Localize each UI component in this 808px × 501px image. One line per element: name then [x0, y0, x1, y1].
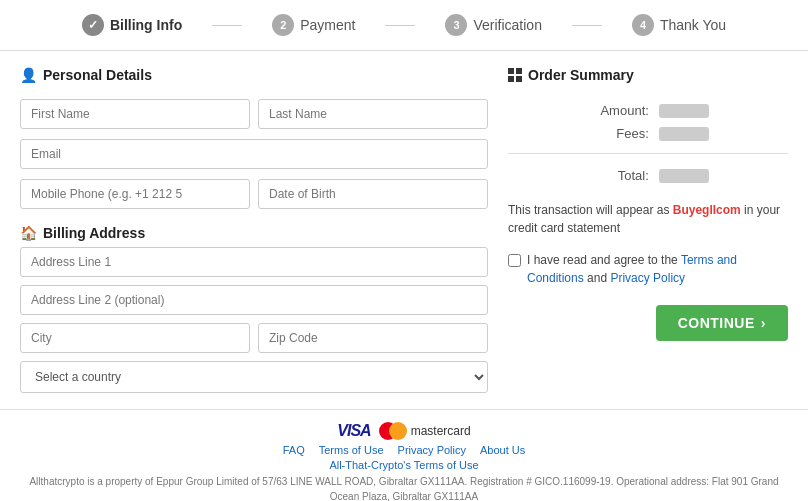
- footer-crypto-link[interactable]: All-That-Crypto's Terms of Use: [329, 459, 478, 471]
- right-panel: Order Summary Amount: •••••• Fees: ••••: [508, 67, 788, 393]
- brand-name: BuyeglIcom: [673, 203, 741, 217]
- step-divider-1: [212, 25, 242, 26]
- step-thankyou[interactable]: 4 Thank You: [632, 14, 726, 36]
- footer-terms-link[interactable]: Terms of Use: [319, 444, 384, 456]
- step-circle-billing: ✓: [82, 14, 104, 36]
- address2-row: [20, 285, 488, 315]
- country-select[interactable]: Select a country: [20, 361, 488, 393]
- city-zip-row: [20, 323, 488, 353]
- divider-row: [508, 145, 788, 162]
- mastercard-icon: mastercard: [379, 422, 471, 440]
- person-icon: 👤: [20, 67, 37, 83]
- fees-value: ••••: [659, 122, 788, 145]
- step-label-thankyou: Thank You: [660, 17, 726, 33]
- step-circle-payment: 2: [272, 14, 294, 36]
- last-name-input[interactable]: [258, 99, 488, 129]
- summary-divider: [508, 153, 788, 154]
- footer-links: FAQ Terms of Use Privacy Policy About Us: [20, 444, 788, 456]
- step-verification[interactable]: 3 Verification: [445, 14, 541, 36]
- step-label-verification: Verification: [473, 17, 541, 33]
- fees-row: Fees: ••••: [508, 122, 788, 145]
- step-label-billing: Billing Info: [110, 17, 182, 33]
- address1-row: [20, 247, 488, 277]
- payment-icons: VISA mastercard: [20, 422, 788, 440]
- footer-legal: Allthatcrypto is a property of Eppur Gro…: [20, 474, 788, 501]
- transaction-note: This transaction will appear as BuyeglIc…: [508, 201, 788, 237]
- email-row: [20, 139, 488, 169]
- step-billing[interactable]: ✓ Billing Info: [82, 14, 182, 36]
- name-row: [20, 99, 488, 129]
- order-summary-title: Order Summary: [508, 67, 788, 83]
- footer-about-link[interactable]: About Us: [480, 444, 525, 456]
- continue-button[interactable]: CONTINUE ›: [656, 305, 788, 341]
- amount-value: ••••••: [659, 99, 788, 122]
- billing-address-title: 🏠 Billing Address: [20, 225, 488, 241]
- step-divider-3: [572, 25, 602, 26]
- footer-faq-link[interactable]: FAQ: [283, 444, 305, 456]
- email-input[interactable]: [20, 139, 488, 169]
- billing-address-section: 🏠 Billing Address Select a country: [20, 225, 488, 393]
- personal-details-title: 👤 Personal Details: [20, 67, 488, 83]
- total-value: ••••••: [659, 162, 788, 187]
- zip-input[interactable]: [258, 323, 488, 353]
- visa-icon: VISA: [337, 422, 370, 440]
- step-divider-2: [385, 25, 415, 26]
- mastercard-label: mastercard: [411, 424, 471, 438]
- address1-input[interactable]: [20, 247, 488, 277]
- step-circle-verification: 3: [445, 14, 467, 36]
- terms-checkbox[interactable]: [508, 254, 521, 267]
- mc-circle-right: [389, 422, 407, 440]
- total-label: Total:: [508, 162, 659, 187]
- first-name-input[interactable]: [20, 99, 250, 129]
- total-row: Total: ••••••: [508, 162, 788, 187]
- fees-label: Fees:: [508, 122, 659, 145]
- dob-input[interactable]: [258, 179, 488, 209]
- step-payment[interactable]: 2 Payment: [272, 14, 355, 36]
- main-content: 👤 Personal Details 🏠 Billing Address: [0, 51, 808, 409]
- home-icon: 🏠: [20, 225, 37, 241]
- country-row: Select a country: [20, 361, 488, 393]
- phone-input[interactable]: [20, 179, 250, 209]
- order-summary-table: Amount: •••••• Fees: •••• Total:: [508, 99, 788, 187]
- step-label-payment: Payment: [300, 17, 355, 33]
- terms-row: I have read and agree to the Terms and C…: [508, 251, 788, 287]
- grid-icon: [508, 68, 522, 82]
- footer: VISA mastercard FAQ Terms of Use Privacy…: [0, 409, 808, 501]
- footer-privacy-link[interactable]: Privacy Policy: [398, 444, 466, 456]
- address2-input[interactable]: [20, 285, 488, 315]
- step-circle-thankyou: 4: [632, 14, 654, 36]
- left-panel: 👤 Personal Details 🏠 Billing Address: [20, 67, 488, 393]
- city-input[interactable]: [20, 323, 250, 353]
- amount-label: Amount:: [508, 99, 659, 122]
- privacy-link[interactable]: Privacy Policy: [610, 271, 685, 285]
- phone-dob-row: [20, 179, 488, 209]
- amount-row: Amount: ••••••: [508, 99, 788, 122]
- footer-crypto-link-wrapper: All-That-Crypto's Terms of Use: [20, 459, 788, 471]
- stepper: ✓ Billing Info 2 Payment 3 Verification …: [0, 0, 808, 51]
